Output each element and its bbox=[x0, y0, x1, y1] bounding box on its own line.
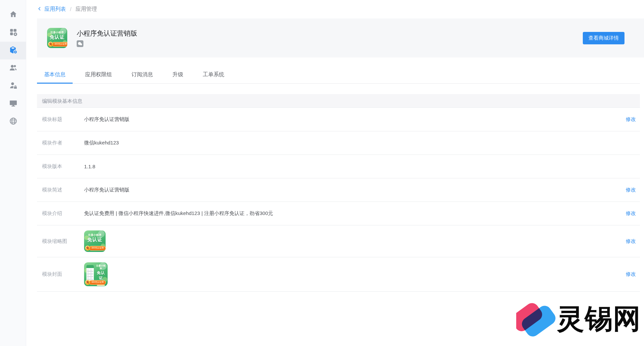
row-value: 小程序免认证营销版 bbox=[84, 187, 626, 193]
row-value: 免认证免费用 | 微信小程序快速进件,微信kukehd123 | 注册小程序免认… bbox=[84, 210, 626, 217]
breadcrumb-separator: / bbox=[70, 6, 71, 12]
breadcrumb-link[interactable]: 应用列表 bbox=[44, 6, 66, 13]
edit-link[interactable]: 修改 bbox=[626, 116, 640, 123]
sidebar-item-site[interactable] bbox=[0, 113, 26, 131]
tab-subscribe-messages[interactable]: 订阅消息 bbox=[124, 71, 160, 83]
table-row-thumbnail: 模块缩略图 注册小程序 免认证 免 300元认证费 修改 bbox=[37, 225, 640, 257]
main-content: 应用列表 / 应用管理 注册小程序 免认证 免 300元认证费 小程序免认证营销… bbox=[26, 0, 644, 346]
app-header-panel: 注册小程序 免认证 免 300元认证费 小程序免认证营销版 查看商城详情 bbox=[37, 18, 644, 57]
sidebar-item-apps[interactable] bbox=[0, 24, 26, 42]
edit-link[interactable]: 修改 bbox=[626, 238, 640, 245]
phone-mockup bbox=[86, 265, 94, 281]
row-label: 模块缩略图 bbox=[37, 238, 84, 245]
page-title: 小程序免认证营销版 bbox=[77, 29, 137, 38]
app-icon-line1: 注册小程序 bbox=[47, 31, 67, 34]
row-value: 注册小程序 免认证 免 300元认证费 bbox=[84, 230, 626, 252]
row-label: 模块封面 bbox=[37, 271, 84, 277]
app-grid-icon bbox=[9, 28, 17, 38]
globe-icon bbox=[9, 117, 17, 127]
badge-pill-text: 300元认证费 bbox=[89, 280, 106, 285]
sidebar-item-modules[interactable] bbox=[0, 42, 26, 59]
monitor-icon bbox=[9, 99, 17, 109]
table-row-title: 模块标题 小程序免认证营销版 修改 bbox=[37, 108, 640, 131]
sidebar bbox=[0, 0, 26, 346]
sidebar-item-users[interactable] bbox=[0, 59, 26, 77]
sidebar-item-permissions[interactable] bbox=[0, 77, 26, 95]
row-value: 微信kukehd123 bbox=[84, 140, 640, 146]
row-label: 模块版本 bbox=[37, 163, 84, 170]
module-cube-icon bbox=[9, 46, 17, 55]
breadcrumb: 应用列表 / 应用管理 bbox=[26, 0, 644, 18]
table-row-intro: 模块介绍 免认证免费用 | 微信小程序快速进件,微信kukehd123 | 注册… bbox=[37, 202, 640, 225]
row-label: 模块作者 bbox=[37, 140, 84, 146]
badge-pill-text: 300元认证费 bbox=[52, 42, 67, 47]
breadcrumb-current: 应用管理 bbox=[75, 6, 97, 13]
module-thumbnail-image[interactable]: 注册小程序 免认证 免 300元认证费 bbox=[84, 230, 106, 252]
section-header: 编辑模块基本信息 bbox=[37, 94, 640, 108]
module-info-table: 编辑模块基本信息 模块标题 小程序免认证营销版 修改 模块作者 微信kukehd… bbox=[37, 94, 640, 292]
app-info: 注册小程序 免认证 免 300元认证费 小程序免认证营销版 bbox=[47, 28, 137, 48]
app-root: 应用列表 / 应用管理 注册小程序 免认证 免 300元认证费 小程序免认证营销… bbox=[0, 0, 644, 346]
tab-bar: 基本信息 应用权限组 订阅消息 升级 工单系统 bbox=[37, 71, 640, 84]
wechat-mini-program-icon bbox=[77, 40, 83, 47]
row-value: 小程序免认证营销版 bbox=[84, 116, 626, 123]
row-label: 模块标题 bbox=[37, 116, 84, 123]
home-icon bbox=[9, 10, 17, 20]
chevron-left-icon bbox=[37, 6, 44, 12]
table-row-cover: 模块封面 注册小程序 免认证 免 bbox=[37, 257, 640, 292]
row-label: 模块简述 bbox=[37, 187, 84, 193]
row-value: 注册小程序 免认证 免 300元认证费 bbox=[84, 262, 626, 286]
app-icon-line2: 免认证 bbox=[47, 34, 67, 40]
app-title-block: 小程序免认证营销版 bbox=[77, 29, 137, 47]
edit-link[interactable]: 修改 bbox=[626, 210, 640, 217]
table-row-summary: 模块简述 小程序免认证营销版 修改 bbox=[37, 178, 640, 202]
app-icon: 注册小程序 免认证 免 300元认证费 bbox=[47, 28, 67, 48]
tab-work-orders[interactable]: 工单系统 bbox=[196, 71, 231, 83]
view-store-button[interactable]: 查看商城详情 bbox=[583, 32, 624, 44]
module-cover-image[interactable]: 注册小程序 免认证 免 300元认证费 bbox=[84, 262, 108, 286]
lingxi-logo-icon bbox=[516, 300, 556, 339]
site-logo-text: 灵锡网 bbox=[557, 301, 641, 338]
site-watermark: 灵锡网 bbox=[516, 300, 641, 339]
tab-basic-info[interactable]: 基本信息 bbox=[37, 71, 73, 83]
table-row-author: 模块作者 微信kukehd123 bbox=[37, 131, 640, 155]
row-label: 模块介绍 bbox=[37, 210, 84, 217]
badge-free-icon: 免 bbox=[85, 246, 90, 251]
edit-link[interactable]: 修改 bbox=[626, 187, 640, 193]
edit-link[interactable]: 修改 bbox=[626, 271, 640, 277]
users-icon bbox=[9, 63, 17, 73]
app-icon-badge: 免 300元认证费 bbox=[48, 42, 66, 47]
badge-pill-text: 300元认证费 bbox=[89, 246, 106, 251]
tab-permission-groups[interactable]: 应用权限组 bbox=[78, 71, 119, 83]
sidebar-item-home[interactable] bbox=[0, 6, 26, 24]
table-row-version: 模块版本 1.1.8 bbox=[37, 155, 640, 178]
badge-free-icon: 免 bbox=[48, 42, 53, 47]
user-lock-icon bbox=[9, 81, 17, 91]
badge-free-icon: 免 bbox=[85, 280, 90, 285]
tab-upgrade[interactable]: 升级 bbox=[165, 71, 190, 83]
row-value: 1.1.8 bbox=[84, 164, 640, 169]
sidebar-item-monitor[interactable] bbox=[0, 95, 26, 113]
breadcrumb-back[interactable]: 应用列表 bbox=[37, 6, 66, 13]
